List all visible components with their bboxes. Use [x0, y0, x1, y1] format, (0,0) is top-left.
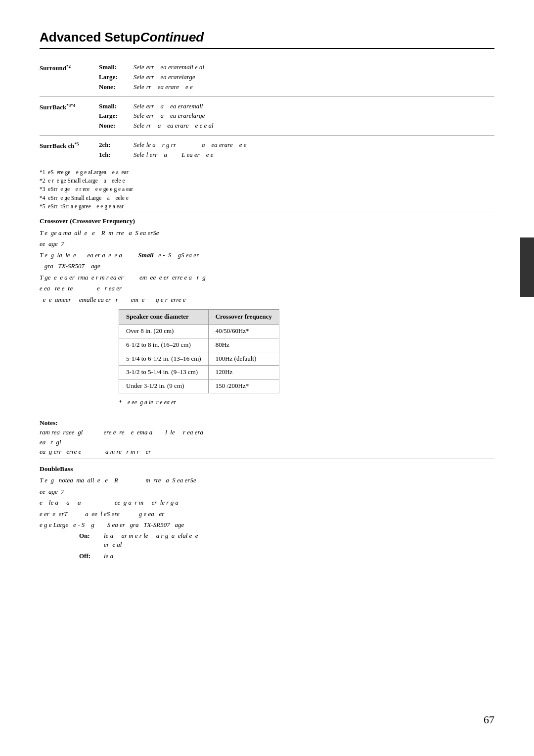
surrback-2ch: 2ch: Sele le a r g rr a ea erare e e	[99, 141, 494, 150]
off-key: Off:	[79, 552, 104, 561]
surround-large: Large: Sele err ea erarelarge	[99, 73, 494, 82]
surround-label: Surround*2	[40, 63, 99, 93]
surrback-ch-options: 2ch: Sele le a r g rr a ea erare e e 1ch…	[99, 141, 494, 160]
crossover-title: Crossover (Crossover Frequency)	[40, 216, 494, 226]
page-title: Advanced SetupContinued	[40, 30, 494, 45]
crossover-body2b: gra TX-SR507 age	[40, 261, 494, 271]
footnote-1: *1 eS ere ge e g e aLargea e a ear	[40, 168, 494, 177]
on-line: On: le a ar m e r le a r g a elal e e er…	[79, 531, 494, 550]
surround-small: Small: Sele err ea eraremall e al	[99, 63, 494, 72]
doublebass-body2c: e g e Large e - S g S ea er gra TX-SR507…	[40, 520, 494, 530]
crossover-body1b: ee age 7	[40, 239, 494, 249]
crossover-table: Speaker cone diameter Crossover frequenc…	[119, 309, 279, 393]
surrback-label: SurrBack*3*4	[40, 102, 99, 132]
footnote-3: *3 eSrr e ge e r ere e e ge e g e a ear	[40, 185, 494, 193]
crossover-section: Crossover (Crossover Frequency) T e ge a…	[40, 211, 494, 414]
crossover-body3: T ge e e a er rma e r m r ea er em ee e …	[40, 273, 494, 283]
table-row: Over 8 in. (20 cm) 40/50/60Hz*	[119, 324, 279, 338]
footnote-5: *5 eSrr rSrr a e garee e e g e a ear	[40, 202, 494, 211]
crossover-body2: T e g la le e ea er a e e a Small e - S …	[40, 250, 494, 260]
doublebass-body1b: ee age 7	[40, 487, 494, 497]
page-number: 67	[484, 713, 494, 726]
notes-body1b: ea r gl	[40, 437, 494, 447]
surrback-small: Small: Sele err a ea eraremall	[99, 102, 494, 111]
footnote-2: *2 e r e ge Small eLarge a eele e	[40, 177, 494, 185]
footnotes-block: *1 eS ere ge e g e aLargea e a ear *2 e …	[40, 168, 494, 211]
off-val: le a	[104, 552, 494, 561]
surrback-block: SurrBack*3*4 Small: Sele err a ea erarem…	[40, 96, 494, 136]
surrback-none: None: Sele rr a ea erare e e e al	[99, 121, 494, 131]
page: Advanced SetupContinued Surround*2 Small…	[0, 0, 534, 756]
doublebass-section: DoubleBass T e g notea ma all e e R m rr…	[40, 459, 494, 567]
content-area: Surround*2 Small: Sele err ea eraremall …	[40, 58, 494, 567]
surround-options: Small: Sele err ea eraremall e al Large:…	[99, 63, 494, 93]
surrback-ch-sup: *5	[74, 142, 79, 146]
footnote-4: *4 eSrr e ge Small eLarge a eele e	[40, 194, 494, 202]
table-row: 5-1/4 to 6-1/2 in. (13–16 cm) 100Hz (def…	[119, 352, 279, 366]
table-row: Under 3-1/2 in. (9 cm) 150 /200Hz*	[119, 379, 279, 393]
table-header-frequency: Crossover frequency	[208, 310, 279, 325]
surrback-options: Small: Sele err a ea eraremall Large: Se…	[99, 102, 494, 132]
surrback-1ch: 1ch: Sele l err a L ea er e e	[99, 150, 494, 160]
on-key: On:	[79, 531, 104, 550]
title-continued: Continued	[140, 30, 204, 45]
notes-section: Notes: ram rea raee gl ere e re e ema a …	[40, 418, 494, 457]
surrback-sup: *3*4	[66, 103, 75, 108]
surround-none: None: Sele rr ea erare e e	[99, 83, 494, 92]
off-line: Off: le a	[79, 552, 494, 561]
surrback-ch-row: SurrBack ch*5 2ch: Sele le a r g rr a ea…	[40, 141, 494, 160]
surround-row: Surround*2 Small: Sele err ea eraremall …	[40, 63, 494, 93]
table-note: * e ee g a le r e ea er	[119, 398, 494, 407]
notes-body1: ram rea raee gl ere e re e ema a l le r …	[40, 427, 494, 437]
doublebass-title: DoubleBass	[40, 464, 494, 474]
doublebass-body2a: e le a a a ee g a r m er le r g a	[40, 498, 494, 508]
title-text: Advanced Setup	[40, 30, 140, 45]
table-row: 6-1/2 to 8 in. (16–20 cm) 80Hz	[119, 338, 279, 352]
notes-title: Notes:	[40, 418, 494, 428]
crossover-body4: e e ameer emalle ea er r em e g e r erre…	[40, 295, 494, 305]
on-off-block: On: le a ar m e r le a r g a elal e e er…	[79, 531, 494, 562]
surround-sup: *2	[66, 64, 71, 69]
surrback-ch-label: SurrBack ch*5	[40, 141, 99, 160]
surround-block: Surround*2 Small: Sele err ea eraremall …	[40, 58, 494, 96]
surrback-large: Large: Sele err a ea erarelarge	[99, 111, 494, 121]
notes-body2: ea g err erre e a m re r m r er	[40, 447, 494, 457]
doublebass-body2b: e er e erT a ee l eS ere g e ea er	[40, 509, 494, 519]
section-tab	[520, 237, 534, 297]
on-val: le a ar m e r le a r g a elal e e er e a…	[104, 531, 494, 550]
crossover-body1: T e ge a ma all e e R m rre a S ea erSe	[40, 228, 494, 238]
surrback-ch-block: SurrBack ch*5 2ch: Sele le a r g rr a ea…	[40, 135, 494, 164]
surrback-row: SurrBack*3*4 Small: Sele err a ea erarem…	[40, 102, 494, 132]
table-header-diameter: Speaker cone diameter	[119, 310, 209, 325]
table-row: 3-1/2 to 5-1/4 in. (9–13 cm) 120Hz	[119, 366, 279, 379]
crossover-body3b: e ea re e re e r ea er	[40, 284, 494, 293]
title-divider	[40, 48, 494, 49]
doublebass-body1: T e g notea ma all e e R m rre a S ea er…	[40, 475, 494, 485]
